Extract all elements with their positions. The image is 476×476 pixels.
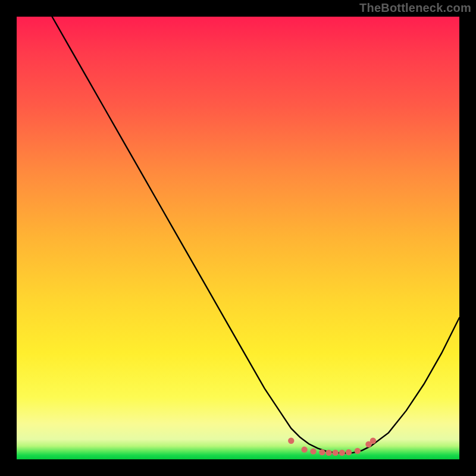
plot-gradient-background bbox=[17, 17, 459, 459]
chart-frame: TheBottleneck.com bbox=[0, 0, 476, 476]
watermark-text: TheBottleneck.com bbox=[359, 1, 471, 15]
